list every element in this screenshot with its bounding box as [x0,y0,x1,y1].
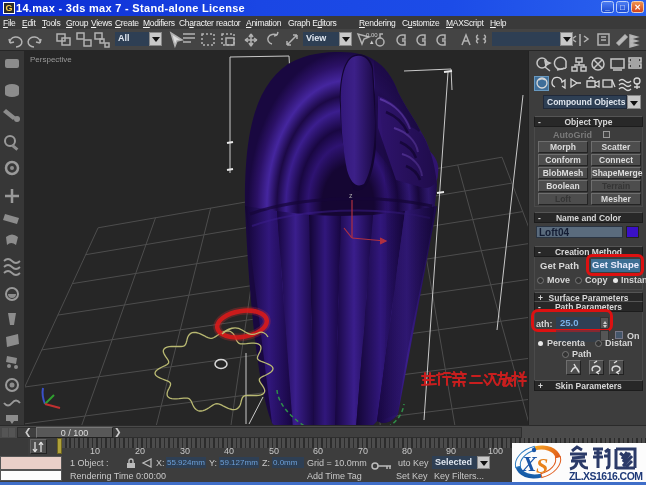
svg-text:ZL.XS1616.COM: ZL.XS1616.COM [569,470,643,482]
svg-text:G: G [5,3,12,13]
svg-text:z: z [349,192,353,199]
svg-text:Perspective: Perspective [30,55,72,64]
svg-text:S: S [536,453,548,478]
